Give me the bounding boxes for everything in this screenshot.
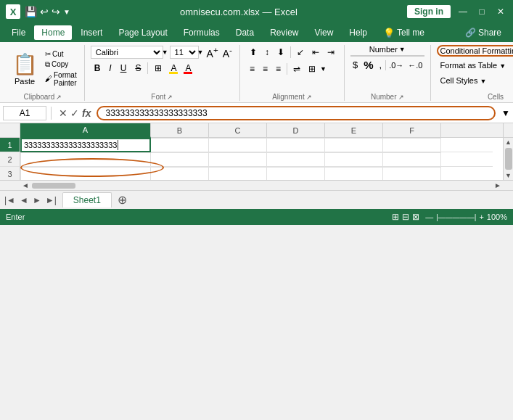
row-num-1[interactable]: 1 xyxy=(0,138,20,152)
menu-share[interactable]: 🔗 Share xyxy=(458,25,509,40)
save-icon[interactable]: 💾 xyxy=(25,6,37,17)
sheet-nav-prev[interactable]: ◄ xyxy=(18,194,30,207)
cell-a2[interactable] xyxy=(20,152,151,167)
format-painter-button[interactable]: 🖌Format Painter xyxy=(44,70,78,88)
wrap-text-button[interactable]: ⇌ xyxy=(290,62,304,76)
font-family-select[interactable]: Calibri xyxy=(91,46,163,59)
text-direction-button[interactable]: ↙ xyxy=(293,45,308,59)
menu-formulas[interactable]: Formulas xyxy=(176,25,227,40)
menu-data[interactable]: Data xyxy=(229,25,261,40)
formula-input[interactable] xyxy=(105,108,487,118)
cell-d2[interactable] xyxy=(267,152,325,167)
row-num-3[interactable]: 3 xyxy=(0,167,20,180)
border-button[interactable]: ⊞ xyxy=(151,62,165,75)
col-header-c[interactable]: C xyxy=(209,123,267,138)
decrease-decimal-button[interactable]: ←.0 xyxy=(406,60,424,70)
comma-button[interactable]: , xyxy=(377,59,385,71)
menu-view[interactable]: View xyxy=(308,25,341,40)
col-header-a[interactable]: A xyxy=(20,123,151,138)
cell-f1[interactable] xyxy=(383,138,441,152)
customize-qat-icon[interactable]: ▼ xyxy=(63,8,70,16)
cell-styles-button[interactable]: Cell Styles ▼ xyxy=(437,74,491,87)
formula-bar-expand-icon[interactable]: ▼ xyxy=(501,108,510,118)
redo-icon[interactable]: ↪ xyxy=(52,6,60,17)
col-header-f[interactable]: F xyxy=(383,123,441,138)
col-header-b[interactable]: B xyxy=(151,123,209,138)
insert-function-icon[interactable]: fx xyxy=(82,107,91,119)
cell-f3[interactable] xyxy=(383,167,441,180)
decrease-font-size-button[interactable]: A- xyxy=(221,45,234,59)
number-format-dropdown[interactable]: ▼ xyxy=(399,46,406,53)
cell-c3[interactable] xyxy=(209,167,267,180)
vertical-scrollbar[interactable]: ▲ ▼ xyxy=(503,138,513,180)
indent-decrease-button[interactable]: ⇤ xyxy=(308,45,323,59)
add-sheet-button[interactable]: ⊕ xyxy=(113,193,131,207)
cell-e2[interactable] xyxy=(325,152,383,167)
strikethrough-button[interactable]: S xyxy=(131,62,144,75)
menu-help[interactable]: Help xyxy=(342,25,374,40)
cell-d3[interactable] xyxy=(267,167,325,180)
scroll-right-button[interactable]: ► xyxy=(493,181,503,189)
row-num-2[interactable]: 2 xyxy=(0,152,20,167)
menu-file[interactable]: File xyxy=(4,25,33,40)
format-as-table-button[interactable]: Format as Table ▼ xyxy=(437,59,510,72)
cell-e1[interactable] xyxy=(325,138,383,152)
zoom-in-button[interactable]: + xyxy=(479,213,483,221)
underline-button[interactable]: U xyxy=(117,62,131,75)
font-size-select[interactable]: 11 xyxy=(170,46,199,59)
increase-decimal-button[interactable]: .0→ xyxy=(387,60,405,70)
bold-button[interactable]: B xyxy=(91,62,104,75)
align-right-button[interactable]: ≡ xyxy=(272,62,284,76)
col-header-e[interactable]: E xyxy=(325,123,383,138)
page-break-view-button[interactable]: ⊠ xyxy=(412,212,419,222)
scroll-left-button[interactable]: ◄ xyxy=(20,181,30,189)
scroll-up-button[interactable]: ▲ xyxy=(504,138,513,147)
cell-b1[interactable] xyxy=(151,138,209,152)
scroll-thumb[interactable] xyxy=(505,148,512,170)
page-layout-view-button[interactable]: ⊟ xyxy=(402,212,409,222)
menu-page-layout[interactable]: Page Layout xyxy=(111,25,174,40)
number-expand-icon[interactable]: ↗ xyxy=(398,94,404,101)
cell-b2[interactable] xyxy=(151,152,209,167)
menu-insert[interactable]: Insert xyxy=(73,25,110,40)
sheet-nav-last[interactable]: ►| xyxy=(44,194,58,207)
cell-f2[interactable] xyxy=(383,152,441,167)
cell-a3[interactable] xyxy=(20,167,151,180)
align-center-button[interactable]: ≡ xyxy=(259,62,271,76)
horizontal-scrollbar[interactable]: ◄ ► xyxy=(0,180,513,190)
align-top-button[interactable]: ⬆ xyxy=(246,45,260,59)
zoom-slider[interactable]: |—————| xyxy=(436,213,476,221)
cell-c2[interactable] xyxy=(209,152,267,167)
cell-d1[interactable] xyxy=(267,138,325,152)
conditional-formatting-button[interactable]: Conditional Formatting ▼ xyxy=(437,45,514,57)
accounting-button[interactable]: $ xyxy=(350,59,360,71)
signin-button[interactable]: Sign in xyxy=(407,5,451,18)
fill-color-button[interactable]: A xyxy=(167,62,180,75)
h-scroll-thumb[interactable] xyxy=(32,183,75,189)
italic-button[interactable]: I xyxy=(105,62,115,75)
cancel-formula-icon[interactable]: ✕ xyxy=(59,107,67,119)
normal-view-button[interactable]: ⊞ xyxy=(392,212,399,222)
copy-button[interactable]: ⧉Copy xyxy=(44,59,78,70)
merge-dropdown-icon[interactable]: ▼ xyxy=(320,65,327,73)
undo-icon[interactable]: ↩ xyxy=(40,6,49,17)
merge-center-button[interactable]: ⊞ xyxy=(305,62,319,76)
menu-tell-me[interactable]: 💡 Tell me xyxy=(376,25,432,41)
cut-button[interactable]: ✂Cut xyxy=(44,49,78,59)
zoom-out-button[interactable]: — xyxy=(425,213,433,221)
scroll-down-button[interactable]: ▼ xyxy=(504,171,513,180)
menu-review[interactable]: Review xyxy=(263,25,305,40)
close-button[interactable]: ✕ xyxy=(494,5,507,18)
col-header-d[interactable]: D xyxy=(267,123,325,138)
cell-a1[interactable]: 333333333333333333333 xyxy=(20,138,151,152)
align-left-button[interactable]: ≡ xyxy=(246,62,258,76)
sheet-nav-next[interactable]: ► xyxy=(31,194,43,207)
font-expand-icon[interactable]: ↗ xyxy=(167,94,173,101)
align-bottom-button[interactable]: ⬇ xyxy=(274,45,288,59)
paste-button[interactable]: 📋 Paste xyxy=(7,49,42,87)
cell-e3[interactable] xyxy=(325,167,383,180)
confirm-formula-icon[interactable]: ✓ xyxy=(70,107,79,119)
increase-font-size-button[interactable]: A+ xyxy=(205,45,220,59)
menu-home[interactable]: Home xyxy=(34,25,72,40)
maximize-button[interactable]: □ xyxy=(475,5,488,18)
